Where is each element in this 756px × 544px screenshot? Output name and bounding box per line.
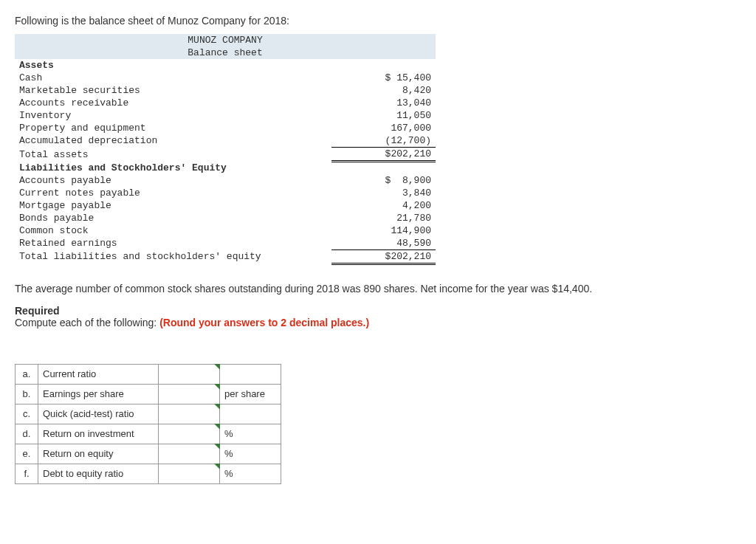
answer-table: a. Current ratio b. Earnings per share p… bbox=[15, 351, 281, 484]
bs-section-liab: Liabilities and Stockholders' Equity bbox=[15, 162, 331, 174]
bs-row-amt: 8,420 bbox=[331, 84, 436, 97]
bs-total-amt: $202,210 bbox=[331, 249, 436, 264]
cell-marker-icon bbox=[214, 384, 220, 390]
bs-title: Balance sheet bbox=[15, 47, 436, 59]
bs-row-label: Mortgage payable bbox=[15, 199, 331, 212]
cell-marker-icon bbox=[214, 424, 220, 430]
answer-letter: e. bbox=[16, 444, 38, 464]
bs-row-label: Marketable securities bbox=[15, 84, 331, 97]
answer-letter: c. bbox=[16, 404, 38, 424]
bs-row-label: Inventory bbox=[15, 109, 331, 122]
answer-letter: d. bbox=[16, 424, 38, 444]
answer-input-quick-ratio[interactable] bbox=[159, 404, 220, 424]
answer-unit bbox=[220, 404, 281, 424]
bs-total-label: Total liabilities and stockholders' equi… bbox=[15, 249, 331, 264]
table-row: f. Debt to equity ratio % bbox=[16, 464, 281, 483]
answer-input-current-ratio[interactable] bbox=[159, 364, 220, 384]
intro-text: Following is the balance sheet of Munoz … bbox=[15, 15, 741, 27]
required-text: Compute each of the following: (Round yo… bbox=[15, 317, 741, 328]
bs-row-label: Common stock bbox=[15, 224, 331, 237]
cell-marker-icon bbox=[214, 464, 220, 469]
bs-row-amt: 4,200 bbox=[331, 199, 436, 212]
bs-row-amt: 3,840 bbox=[331, 187, 436, 199]
answer-input-roe[interactable] bbox=[159, 444, 220, 464]
bs-row-amt: 48,590 bbox=[331, 237, 436, 250]
answer-label: Debt to equity ratio bbox=[38, 464, 159, 483]
cell-marker-icon bbox=[214, 364, 220, 370]
bs-company: MUNOZ COMPANY bbox=[15, 34, 436, 47]
answer-unit: % bbox=[220, 424, 281, 444]
table-row: d. Return on investment % bbox=[16, 424, 281, 444]
answer-unit bbox=[220, 364, 281, 384]
bs-row-amt: 167,000 bbox=[331, 122, 436, 134]
answer-letter: a. bbox=[16, 364, 38, 384]
cell-marker-icon bbox=[214, 404, 220, 410]
answer-input-debt-equity[interactable] bbox=[159, 464, 220, 483]
bs-row-amt: 13,040 bbox=[331, 97, 436, 109]
bs-row-amt: (12,700) bbox=[331, 134, 436, 148]
answer-letter: f. bbox=[16, 464, 38, 483]
bs-row-amt: 21,780 bbox=[331, 212, 436, 224]
bs-row-label: Current notes payable bbox=[15, 187, 331, 199]
bs-row-label: Cash bbox=[15, 72, 331, 84]
table-row: e. Return on equity % bbox=[16, 444, 281, 464]
answer-label: Return on investment bbox=[38, 424, 159, 444]
bs-row-amt: $ 15,400 bbox=[331, 72, 436, 84]
bs-total-amt: $202,210 bbox=[331, 148, 436, 162]
table-row: b. Earnings per share per share bbox=[16, 384, 281, 404]
balance-sheet-table: MUNOZ COMPANY Balance sheet Assets Cash$… bbox=[15, 34, 436, 265]
bs-row-amt: 114,900 bbox=[331, 224, 436, 237]
answer-input-eps[interactable] bbox=[159, 384, 220, 404]
answer-unit: % bbox=[220, 464, 281, 483]
required-heading: Required bbox=[15, 305, 741, 317]
bs-total-label: Total assets bbox=[15, 148, 331, 162]
bs-row-amt: $ 8,900 bbox=[331, 174, 436, 187]
bs-row-label: Property and equipment bbox=[15, 122, 331, 134]
bs-row-amt: 11,050 bbox=[331, 109, 436, 122]
bs-row-label: Bonds payable bbox=[15, 212, 331, 224]
table-row: c. Quick (acid-test) ratio bbox=[16, 404, 281, 424]
paragraph-info: The average number of common stock share… bbox=[15, 283, 741, 295]
answer-label: Earnings per share bbox=[38, 384, 159, 404]
answer-input-roi[interactable] bbox=[159, 424, 220, 444]
answer-unit: per share bbox=[220, 384, 281, 404]
cell-marker-icon bbox=[214, 444, 220, 450]
answer-unit: % bbox=[220, 444, 281, 464]
table-row: a. Current ratio bbox=[16, 364, 281, 384]
bs-row-label: Accounts payable bbox=[15, 174, 331, 187]
bs-row-label: Retained earnings bbox=[15, 237, 331, 250]
answer-letter: b. bbox=[16, 384, 38, 404]
bs-row-label: Accounts receivable bbox=[15, 97, 331, 109]
answer-label: Current ratio bbox=[38, 364, 159, 384]
required-hint: (Round your answers to 2 decimal places.… bbox=[159, 317, 369, 328]
bs-row-label: Accumulated depreciation bbox=[15, 134, 331, 148]
answer-label: Quick (acid-test) ratio bbox=[38, 404, 159, 424]
bs-section-assets: Assets bbox=[15, 59, 331, 72]
answer-label: Return on equity bbox=[38, 444, 159, 464]
